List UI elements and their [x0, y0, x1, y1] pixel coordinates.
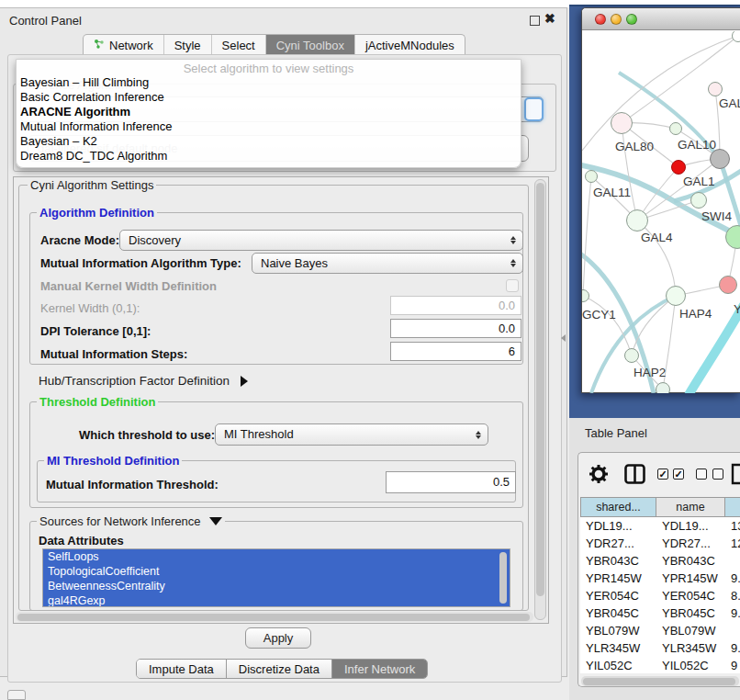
table-row[interactable]: YDR27...YDR27...12 — [580, 535, 740, 552]
tab-select[interactable]: Select — [212, 35, 266, 55]
attribute-item-selected[interactable]: SelfLoops — [43, 549, 510, 564]
algorithm-option[interactable]: ARACNE Algorithm — [17, 105, 521, 119]
node-label: GAL4 — [641, 231, 673, 244]
combo-stepper-icon[interactable] — [524, 97, 544, 121]
hub-tf-definition-label: Hub/Transcription Factor Definition — [39, 374, 230, 388]
tab-style[interactable]: Style — [164, 35, 212, 55]
table-row[interactable]: YBR045CYBR045C9. — [580, 604, 740, 622]
list-scrollbar[interactable] — [499, 552, 507, 604]
hub-tf-definition-toggle[interactable]: Hub/Transcription Factor Definition — [39, 374, 248, 388]
float-window-icon[interactable] — [530, 16, 540, 26]
node-label: SWI4 — [701, 209, 732, 223]
mi-steps-field[interactable]: 6 — [390, 342, 521, 361]
algorithm-dropdown-placeholder: Select algorithm to view settings — [17, 60, 521, 75]
close-icon[interactable]: ✖ — [544, 11, 555, 26]
cyni-bottom-tabbar: Impute DataDiscretize DataInfer Network — [136, 659, 428, 679]
table-row[interactable]: YBR043CYBR043C — [580, 552, 740, 570]
column-header-name[interactable]: name — [656, 497, 725, 517]
network-node-y[interactable] — [719, 276, 737, 294]
network-node-gal11[interactable] — [585, 170, 598, 183]
mac-zoom-button[interactable] — [626, 14, 637, 25]
cyni-algorithm-settings-title: Cyni Algorithm Settings — [28, 178, 156, 192]
checked-box-icon[interactable]: ✓ — [657, 469, 668, 480]
table-panel-title: Table Panel — [585, 426, 647, 440]
table-panel-card: ✓ ✓ shared...name YDL19...YDL19...13YDR2… — [577, 452, 740, 687]
algorithm-option[interactable]: Mutual Information Inference — [17, 119, 521, 134]
tab-infer-network[interactable]: Infer Network — [332, 660, 427, 678]
attribute-item-selected[interactable]: BetweennessCentrality — [43, 579, 510, 593]
node-label: GAL10 — [678, 138, 716, 152]
network-node-gal10[interactable] — [669, 122, 682, 135]
apply-button[interactable]: Apply — [245, 627, 311, 649]
attribute-item-selected[interactable]: gal4RGexp — [43, 593, 510, 607]
tab-jactivemnodules[interactable]: jActiveMNodules — [355, 35, 465, 55]
tab-label: Style — [174, 39, 201, 52]
mi-type-value: Naive Bayes — [261, 256, 328, 270]
gear-icon[interactable] — [589, 464, 609, 484]
threshold-definition-title: Threshold Definition — [37, 395, 158, 409]
network-node-gal80[interactable] — [611, 112, 633, 134]
tab-cyni-toolbox[interactable]: Cyni Toolbox — [266, 35, 355, 55]
checked-box-icon[interactable]: ✓ — [673, 469, 684, 480]
settings-vertical-scrollbar-thumb[interactable] — [536, 183, 544, 596]
data-attributes-list[interactable]: SelfLoopsTopologicalCoefficientBetweenne… — [42, 548, 510, 607]
network-node-hap4[interactable] — [666, 286, 686, 306]
table-row[interactable]: YBL079WYBL079W — [580, 622, 740, 639]
tab-discretize-data[interactable]: Discretize Data — [227, 660, 332, 678]
dpi-tolerance-field[interactable]: 0.0 — [390, 319, 521, 338]
column-header-shared[interactable]: shared... — [580, 497, 656, 517]
mac-minimize-button[interactable] — [611, 14, 622, 25]
table-cell: YPR145W — [580, 570, 656, 587]
which-threshold-combo[interactable]: MI Threshold — [215, 423, 488, 446]
node-label: GAL80 — [615, 140, 654, 153]
tab-label: jActiveMNodules — [365, 39, 454, 52]
algorithm-option[interactable]: Dream8 DC_TDC Algorithm — [17, 149, 521, 164]
algorithm-option[interactable]: Bayesian – Hill Climbing — [17, 75, 521, 90]
tab-impute-data[interactable]: Impute Data — [137, 660, 227, 678]
kernel-width-field[interactable]: 0.0 — [390, 296, 521, 315]
settings-horizontal-scrollbar-thumb[interactable] — [17, 614, 530, 621]
unchecked-box-icon[interactable] — [712, 469, 723, 480]
network-canvas[interactable]: GALGAL80GAL10GAL1GAL11GAL4SWI4GCY1HAP4YH… — [582, 31, 740, 393]
network-node[interactable] — [656, 382, 670, 393]
tab-label: Cyni Toolbox — [276, 39, 344, 52]
network-view-window: GALGAL80GAL10GAL1GAL11GAL4SWI4GCY1HAP4YH… — [581, 7, 740, 393]
column-header[interactable] — [725, 497, 740, 517]
table-cell: YBL079W — [580, 622, 656, 639]
mac-close-button[interactable] — [595, 14, 606, 25]
sources-title-toggle[interactable]: Sources for Network Inference — [37, 514, 225, 528]
network-node[interactable] — [732, 31, 740, 42]
data-attributes-label: Data Attributes — [39, 534, 124, 548]
manual-kernel-checkbox[interactable] — [506, 279, 519, 292]
algorithm-definition-title: Algorithm Definition — [37, 206, 157, 220]
panel-splitter-collapse-icon[interactable] — [561, 334, 566, 342]
network-node-hap2[interactable] — [624, 348, 639, 363]
columns-icon[interactable] — [624, 464, 645, 484]
algorithm-option[interactable]: Bayesian – K2 — [17, 134, 521, 149]
node-label: GAL — [719, 96, 740, 110]
network-node-gal4[interactable] — [626, 209, 648, 231]
aracne-mode-combo[interactable]: Discovery — [119, 230, 523, 251]
network-node[interactable] — [710, 149, 730, 169]
partial-doc-icon[interactable] — [731, 462, 740, 486]
table-row[interactable]: YPR145WYPR145W9. — [580, 570, 740, 587]
algorithm-option[interactable]: Basic Correlation Inference — [17, 90, 521, 105]
table-row[interactable]: YLR345WYLR345W9. — [580, 639, 740, 657]
mi-type-combo[interactable]: Naive Bayes — [252, 253, 523, 274]
table-cell: 13 — [725, 517, 740, 535]
attribute-item-selected[interactable]: TopologicalCoefficient — [43, 564, 510, 579]
unchecked-box-icon[interactable] — [696, 469, 707, 480]
tab-network[interactable]: Network — [84, 35, 164, 55]
table-horizontal-scrollbar-thumb[interactable] — [583, 678, 735, 685]
network-node[interactable] — [690, 192, 707, 209]
bottom-left-partial-button[interactable] — [7, 690, 26, 700]
mi-threshold-field[interactable]: 0.5 — [386, 471, 516, 493]
aracne-mode-value: Discovery — [129, 233, 181, 247]
table-row[interactable]: YER054CYER054C8. — [580, 587, 740, 604]
table-row[interactable]: YDL19...YDL19...13 — [580, 517, 740, 535]
table-header-row: shared...name — [580, 497, 740, 517]
network-node-gal[interactable] — [708, 82, 723, 96]
table-row[interactable]: YIL052CYIL052C9 — [580, 657, 740, 673]
table-panel-region: Table Panel ✓ ✓ shared...name — [569, 418, 740, 700]
network-node-gal1[interactable] — [671, 160, 686, 175]
